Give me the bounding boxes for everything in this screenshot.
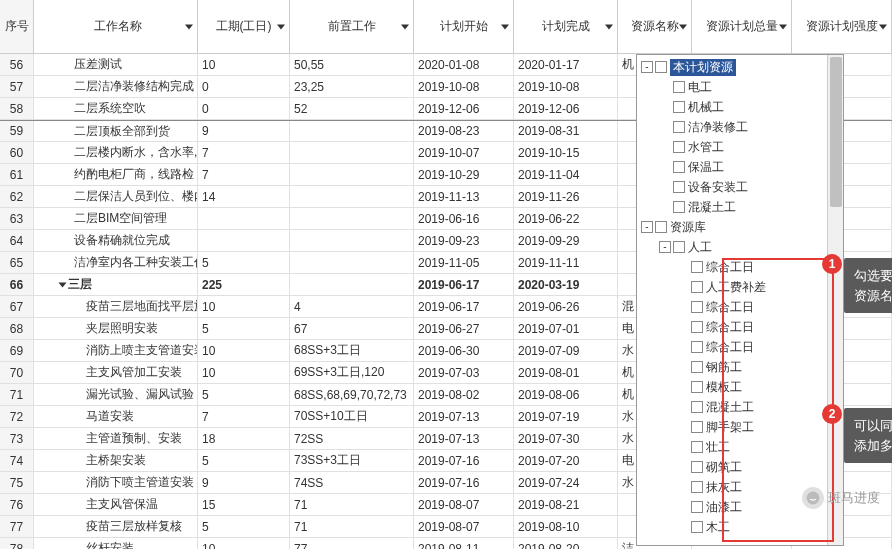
cell[interactable] xyxy=(290,274,414,295)
cell[interactable]: 压差测试 xyxy=(34,54,198,75)
cell[interactable]: 2019-10-08 xyxy=(514,76,618,97)
cell[interactable]: 2020-01-08 xyxy=(414,54,514,75)
cell[interactable]: 2019-11-11 xyxy=(514,252,618,273)
cell[interactable]: 72SS xyxy=(290,428,414,449)
col-duration[interactable]: 工期(工日) xyxy=(198,0,290,53)
checkbox[interactable] xyxy=(691,261,703,273)
cell[interactable]: 14 xyxy=(198,186,290,207)
tree-item[interactable]: 混凝土工 xyxy=(641,397,843,417)
resource-tree[interactable]: - 本计划资源 电工机械工洁净装修工水管工保温工设备安装工混凝土工 - 资源库 … xyxy=(637,55,843,539)
checkbox[interactable] xyxy=(673,101,685,113)
cell[interactable]: 2019-08-01 xyxy=(514,362,618,383)
cell[interactable]: 2019-07-20 xyxy=(514,450,618,471)
cell[interactable]: 77 xyxy=(0,516,34,537)
cell[interactable]: 62 xyxy=(0,186,34,207)
col-plan-start[interactable]: 计划开始 xyxy=(414,0,514,53)
checkbox[interactable] xyxy=(655,61,667,73)
cell[interactable]: 2019-08-02 xyxy=(414,384,514,405)
cell[interactable]: 75 xyxy=(0,472,34,493)
cell[interactable]: 52 xyxy=(290,98,414,119)
checkbox[interactable] xyxy=(691,521,703,533)
cell[interactable]: 61 xyxy=(0,164,34,185)
cell[interactable]: 50,55 xyxy=(290,54,414,75)
checkbox[interactable] xyxy=(691,401,703,413)
checkbox[interactable] xyxy=(691,301,703,313)
cell[interactable]: 二层楼内断水，含水率, xyxy=(34,142,198,163)
cell[interactable]: 67 xyxy=(290,318,414,339)
cell[interactable]: 69 xyxy=(0,340,34,361)
cell[interactable]: 0 xyxy=(198,76,290,97)
cell[interactable]: 2019-07-16 xyxy=(414,450,514,471)
cell[interactable]: 2020-01-17 xyxy=(514,54,618,75)
col-name[interactable]: 工作名称 xyxy=(34,0,198,53)
cell[interactable] xyxy=(290,208,414,229)
checkbox[interactable] xyxy=(691,501,703,513)
dropdown-icon[interactable] xyxy=(401,24,409,29)
checkbox[interactable] xyxy=(691,441,703,453)
cell[interactable]: 二层BIM空间管理 xyxy=(34,208,198,229)
cell[interactable]: 5 xyxy=(198,384,290,405)
cell[interactable]: 三层 xyxy=(34,274,198,295)
tree-item[interactable]: 设备安装工 xyxy=(641,177,843,197)
cell[interactable]: 65 xyxy=(0,252,34,273)
tree-item[interactable]: 机械工 xyxy=(641,97,843,117)
cell[interactable]: 2019-12-06 xyxy=(414,98,514,119)
checkbox[interactable] xyxy=(655,221,667,233)
cell[interactable]: 9 xyxy=(198,472,290,493)
tree-item[interactable]: 脚手架工 xyxy=(641,417,843,437)
col-seq[interactable]: 序号 xyxy=(0,0,34,53)
cell[interactable]: 63 xyxy=(0,208,34,229)
scrollbar[interactable] xyxy=(827,55,843,545)
checkbox[interactable] xyxy=(691,321,703,333)
cell[interactable]: 夹层照明安装 xyxy=(34,318,198,339)
cell[interactable]: 2019-07-13 xyxy=(414,428,514,449)
cell[interactable]: 2019-12-06 xyxy=(514,98,618,119)
cell[interactable]: 2019-06-30 xyxy=(414,340,514,361)
checkbox[interactable] xyxy=(673,81,685,93)
checkbox[interactable] xyxy=(673,141,685,153)
cell[interactable]: 2019-07-01 xyxy=(514,318,618,339)
cell[interactable]: 消防下喷主管道安装 xyxy=(34,472,198,493)
cell[interactable]: 疫苗三层地面找平层施工 xyxy=(34,296,198,317)
tree-root[interactable]: - 本计划资源 xyxy=(641,57,843,77)
cell[interactable]: 洁净室内各工种安装工作 xyxy=(34,252,198,273)
scroll-thumb[interactable] xyxy=(830,57,842,207)
cell[interactable]: 71 xyxy=(290,494,414,515)
cell[interactable]: 二层系统空吹 xyxy=(34,98,198,119)
cell[interactable]: 2019-10-15 xyxy=(514,142,618,163)
tree-item[interactable]: 综合工日 xyxy=(641,297,843,317)
checkbox[interactable] xyxy=(691,281,703,293)
cell[interactable]: 74 xyxy=(0,450,34,471)
dropdown-icon[interactable] xyxy=(501,24,509,29)
cell[interactable] xyxy=(290,252,414,273)
checkbox[interactable] xyxy=(691,361,703,373)
cell[interactable]: 2019-06-22 xyxy=(514,208,618,229)
cell[interactable]: 23,25 xyxy=(290,76,414,97)
cell[interactable]: 60 xyxy=(0,142,34,163)
cell[interactable]: 2019-08-21 xyxy=(514,494,618,515)
cell[interactable]: 2019-09-29 xyxy=(514,230,618,251)
cell[interactable] xyxy=(290,142,414,163)
cell[interactable]: 9 xyxy=(198,121,290,141)
cell[interactable]: 2019-08-20 xyxy=(514,538,618,549)
tree-item[interactable]: 综合工日 xyxy=(641,317,843,337)
checkbox[interactable] xyxy=(691,381,703,393)
cell[interactable]: 10 xyxy=(198,538,290,549)
cell[interactable]: 72 xyxy=(0,406,34,427)
cell[interactable]: 2019-08-07 xyxy=(414,516,514,537)
collapse-icon[interactable]: - xyxy=(641,221,653,233)
cell[interactable]: 2020-03-19 xyxy=(514,274,618,295)
cell[interactable]: 二层洁净装修结构完成 xyxy=(34,76,198,97)
cell[interactable]: 2019-11-13 xyxy=(414,186,514,207)
cell[interactable]: 10 xyxy=(198,54,290,75)
cell[interactable]: 0 xyxy=(198,98,290,119)
cell[interactable] xyxy=(198,230,290,251)
dropdown-icon[interactable] xyxy=(605,24,613,29)
checkbox[interactable] xyxy=(673,181,685,193)
cell[interactable]: 68 xyxy=(0,318,34,339)
cell[interactable]: 2019-06-27 xyxy=(414,318,514,339)
tree-item[interactable]: 壮工 xyxy=(641,437,843,457)
cell[interactable]: 2019-07-16 xyxy=(414,472,514,493)
col-plan-end[interactable]: 计划完成 xyxy=(514,0,618,53)
cell[interactable]: 58 xyxy=(0,98,34,119)
